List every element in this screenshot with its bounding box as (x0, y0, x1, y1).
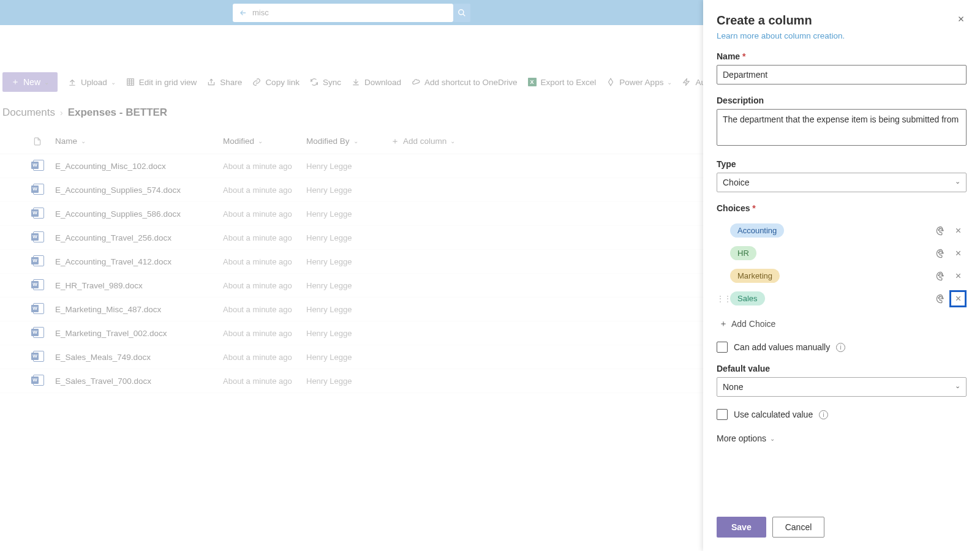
file-name[interactable]: E_Accounting_Supplies_586.docx (55, 209, 223, 219)
add-choice-button[interactable]: ＋ Add Choice (717, 318, 967, 329)
svg-point-2 (938, 229, 940, 230)
modified-by[interactable]: Henry Legge (306, 233, 391, 242)
choice-pill[interactable]: Accounting (730, 223, 784, 238)
export-excel-button[interactable]: X Export to Excel (527, 77, 597, 87)
word-doc-icon (33, 184, 55, 197)
share-button[interactable]: Share (206, 77, 242, 87)
file-name[interactable]: E_Accounting_Travel_256.docx (55, 233, 223, 242)
choice-row[interactable]: ⋮⋮ Marketing (717, 264, 967, 287)
file-name[interactable]: E_Accounting_Travel_412.docx (55, 257, 223, 266)
download-button[interactable]: Download (351, 77, 401, 87)
default-value-select[interactable]: None ⌄ (717, 377, 967, 397)
upload-icon (67, 77, 77, 87)
manual-values-checkbox[interactable]: Can add values manually i (717, 342, 967, 353)
chevron-down-icon: ⌄ (258, 138, 263, 144)
choice-pill[interactable]: Sales (730, 291, 765, 305)
choice-row[interactable]: ⋮⋮ Sales (717, 287, 967, 310)
column-modified-by[interactable]: Modified By⌄ (306, 137, 391, 146)
modified-by[interactable]: Henry Legge (306, 162, 391, 171)
back-icon[interactable] (239, 9, 247, 17)
breadcrumb-current: Expenses - BETTER (68, 107, 168, 119)
svg-point-3 (940, 228, 941, 229)
table-row[interactable]: E_Accounting_Travel_412.docx About a min… (0, 250, 704, 274)
svg-point-8 (941, 250, 943, 252)
column-modified[interactable]: Modified⌄ (223, 137, 306, 146)
color-picker-icon[interactable] (932, 245, 949, 262)
shortcut-button[interactable]: Add shortcut to OneDrive (411, 77, 518, 87)
choice-pill[interactable]: HR (730, 246, 756, 260)
table-row[interactable]: E_Accounting_Supplies_574.docx About a m… (0, 178, 704, 202)
table-row[interactable]: E_Accounting_Supplies_586.docx About a m… (0, 202, 704, 226)
modified-by[interactable]: Henry Legge (306, 377, 391, 386)
download-icon (351, 77, 361, 87)
table-row[interactable]: E_Accounting_Travel_256.docx About a min… (0, 226, 704, 250)
choice-row[interactable]: ⋮⋮ HR (717, 242, 967, 264)
file-name[interactable]: E_Marketing_Misc_487.docx (55, 305, 223, 314)
modified-by[interactable]: Henry Legge (306, 257, 391, 266)
share-icon (206, 77, 216, 87)
modified-by[interactable]: Henry Legge (306, 305, 391, 314)
file-name[interactable]: E_Sales_Travel_700.docx (55, 377, 223, 386)
sync-icon (309, 77, 319, 87)
delete-choice-icon[interactable] (949, 245, 967, 262)
add-column-button[interactable]: ＋Add column⌄ (391, 136, 455, 147)
svg-point-5 (943, 230, 944, 231)
table-row[interactable]: E_Sales_Meals_749.docx About a minute ag… (0, 345, 704, 369)
info-icon[interactable]: i (819, 410, 828, 419)
choice-row[interactable]: ⋮⋮ Accounting (717, 219, 967, 242)
type-select[interactable]: Choice ⌄ (717, 173, 967, 192)
svg-point-6 (938, 252, 940, 253)
info-icon[interactable]: i (836, 343, 845, 352)
color-picker-icon[interactable] (932, 290, 949, 307)
cancel-button[interactable]: Cancel (772, 517, 825, 538)
doc-type-icon[interactable] (33, 137, 55, 146)
description-input[interactable] (717, 109, 967, 146)
choice-pill[interactable]: Marketing (730, 269, 780, 283)
modified-by[interactable]: Henry Legge (306, 353, 391, 362)
modified-by[interactable]: Henry Legge (306, 329, 391, 338)
search-button[interactable] (453, 4, 470, 22)
file-name[interactable]: E_HR_Travel_989.docx (55, 281, 223, 290)
table-row[interactable]: E_Sales_Travel_700.docx About a minute a… (0, 369, 704, 393)
table-row[interactable]: E_Marketing_Misc_487.docx About a minute… (0, 298, 704, 321)
breadcrumb-root[interactable]: Documents (2, 107, 55, 119)
color-picker-icon[interactable] (932, 268, 949, 285)
color-picker-icon[interactable] (932, 222, 949, 239)
drag-handle-icon[interactable]: ⋮⋮ (717, 294, 728, 303)
delete-choice-icon[interactable] (949, 268, 967, 285)
plus-icon: ＋ (391, 136, 399, 147)
table-row[interactable]: E_Accounting_Misc_102.docx About a minut… (0, 154, 704, 178)
copy-link-button[interactable]: Copy link (252, 77, 300, 87)
file-name[interactable]: E_Accounting_Supplies_574.docx (55, 186, 223, 195)
word-doc-icon (33, 279, 55, 292)
name-input[interactable] (717, 65, 967, 84)
close-button[interactable] (956, 13, 967, 24)
more-options-button[interactable]: More options ⌄ (717, 433, 967, 443)
edit-grid-button[interactable]: Edit in grid view (126, 77, 197, 87)
modified-by[interactable]: Henry Legge (306, 281, 391, 290)
table-row[interactable]: E_HR_Travel_989.docx About a minute ago … (0, 274, 704, 298)
delete-choice-icon[interactable] (949, 290, 967, 307)
table-row[interactable]: E_Marketing_Travel_002.docx About a minu… (0, 321, 704, 345)
svg-point-4 (941, 228, 943, 229)
upload-button[interactable]: Upload ⌄ (67, 77, 116, 87)
word-doc-icon (33, 303, 55, 316)
column-name[interactable]: Name⌄ (55, 137, 223, 146)
modified-by[interactable]: Henry Legge (306, 186, 391, 195)
svg-point-14 (938, 297, 940, 298)
learn-more-link[interactable]: Learn more about column creation. (717, 31, 845, 40)
file-name[interactable]: E_Marketing_Travel_002.docx (55, 329, 223, 338)
delete-choice-icon[interactable] (949, 222, 967, 239)
power-apps-button[interactable]: Power Apps ⌄ (606, 77, 672, 87)
search-input[interactable]: misc (233, 4, 453, 22)
file-name[interactable]: E_Accounting_Misc_102.docx (55, 162, 223, 171)
calculated-value-checkbox[interactable]: Use calculated value i (717, 409, 967, 420)
save-button[interactable]: Save (717, 517, 766, 538)
search-text: misc (252, 8, 269, 17)
modified-by[interactable]: Henry Legge (306, 209, 391, 219)
sync-button[interactable]: Sync (309, 77, 341, 87)
svg-point-0 (459, 9, 464, 14)
word-doc-icon (33, 255, 55, 268)
new-button[interactable]: ＋ New ⌄ (2, 72, 58, 92)
file-name[interactable]: E_Sales_Meals_749.docx (55, 353, 223, 362)
